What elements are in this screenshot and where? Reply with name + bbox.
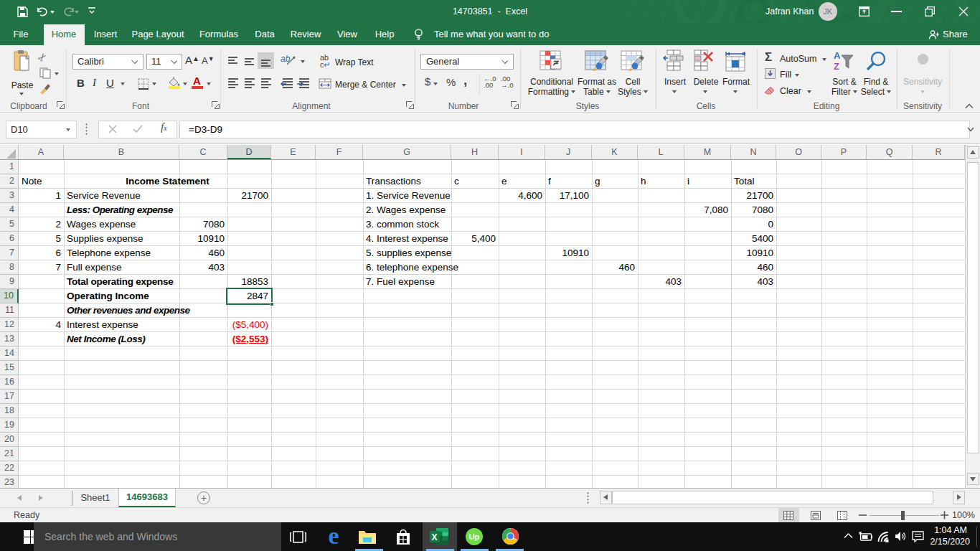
svg-text:Z: Z <box>834 61 839 72</box>
svg-text:A: A <box>834 50 841 61</box>
svg-text:X: X <box>432 532 438 542</box>
